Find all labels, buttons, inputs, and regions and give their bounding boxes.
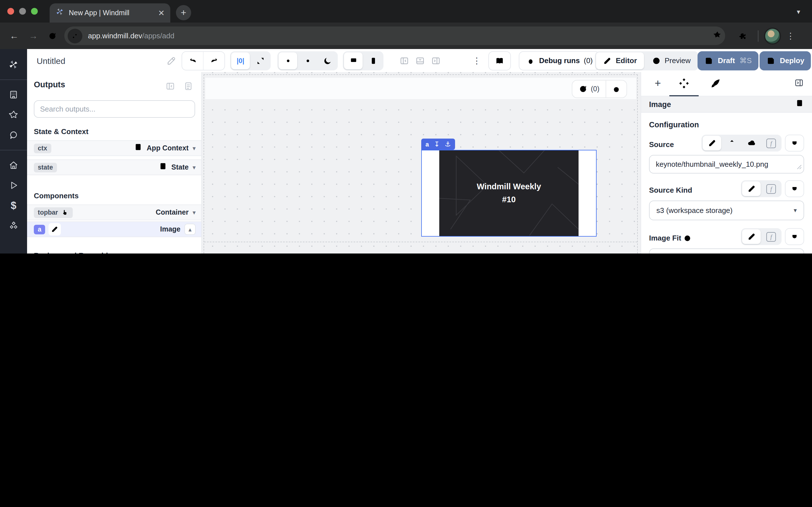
- toggle-bottom-panel-icon[interactable]: [415, 55, 425, 66]
- bookmark-star-icon[interactable]: [713, 30, 722, 41]
- tab-close-icon[interactable]: ✕: [158, 9, 165, 17]
- insert-component-tab-plus-icon[interactable]: +: [655, 78, 661, 89]
- window-minimize-button[interactable]: [19, 8, 26, 15]
- state-chevron-down-icon[interactable]: ▾: [193, 164, 196, 171]
- source-kind-pencil-icon[interactable]: [742, 181, 761, 196]
- refresh-components-button[interactable]: (0): [572, 84, 606, 94]
- browser-tab[interactable]: New App | Windmill ✕: [50, 3, 170, 22]
- extensions-puzzle-icon[interactable]: [733, 31, 752, 40]
- tab-search-chevron-icon[interactable]: ▾: [792, 6, 805, 18]
- chrome-menu-icon[interactable]: ⋮: [781, 31, 800, 41]
- topbar-chevron-down-icon[interactable]: ▾: [193, 209, 196, 216]
- outputs-doc-icon[interactable]: [183, 81, 193, 91]
- output-row-ctx[interactable]: ctx App Context ▾: [27, 140, 201, 156]
- source-kind-label: Source Kind: [649, 186, 692, 197]
- variables-dollar-icon[interactable]: $: [0, 195, 27, 216]
- image-fit-pencil-icon[interactable]: [742, 229, 761, 244]
- source-connect-plug-icon[interactable]: [785, 135, 804, 152]
- full-canvas-expand-icon[interactable]: [251, 52, 269, 69]
- undo-button[interactable]: [182, 52, 203, 69]
- windmill-logo[interactable]: [0, 55, 27, 75]
- app-canvas[interactable]: (0) a ↧ ⚓: [202, 72, 641, 253]
- desktop-view-laptop-icon[interactable]: [344, 52, 363, 69]
- window-close-button[interactable]: [7, 8, 14, 15]
- profile-avatar[interactable]: [764, 27, 781, 44]
- site-settings-icon[interactable]: [68, 29, 82, 43]
- collapse-settings-panel-icon[interactable]: [794, 78, 804, 88]
- topbar-badge[interactable]: topbar: [34, 207, 73, 218]
- a-chevron-up-icon[interactable]: ▴: [185, 224, 196, 235]
- settings-tab-grid-icon[interactable]: [678, 78, 690, 91]
- ctx-badge[interactable]: ctx: [34, 144, 51, 153]
- theme-auto-icon[interactable]: [278, 52, 297, 69]
- browser-tab-bar: New App | Windmill ✕ + ▾: [0, 0, 812, 22]
- favorites-star-icon[interactable]: [0, 105, 27, 125]
- bounded-canvas-button[interactable]: |0|: [231, 52, 250, 69]
- theme-dark-moon-icon[interactable]: [318, 52, 337, 69]
- toolbar-more-menu-icon[interactable]: ⋮: [472, 55, 481, 66]
- expand-down-icon[interactable]: ↧: [434, 140, 440, 148]
- image-component-selected[interactable]: a ↧ ⚓ Windmill Weekly #10: [421, 150, 597, 237]
- image-fit-plug-icon[interactable]: [785, 228, 804, 245]
- source-static-pencil-icon[interactable]: [703, 136, 721, 151]
- forward-icon[interactable]: →: [24, 31, 43, 41]
- source-input[interactable]: keynote/thumbnail_weekly_10.png: [649, 155, 804, 173]
- home-icon[interactable]: [0, 155, 27, 175]
- search-outputs-input[interactable]: Search outputs...: [34, 100, 195, 118]
- state-doc-icon[interactable]: [158, 162, 167, 173]
- redo-button[interactable]: [203, 52, 224, 69]
- deploy-button[interactable]: Deploy: [760, 51, 811, 70]
- image-fit-select[interactable]: contain ▾: [649, 248, 804, 253]
- search-icon[interactable]: [0, 125, 27, 145]
- preview-label: Preview: [665, 56, 691, 65]
- mobile-view-phone-icon[interactable]: [364, 52, 382, 69]
- back-icon[interactable]: ←: [4, 31, 24, 41]
- theme-light-sun-icon[interactable]: [298, 52, 317, 69]
- anchor-icon[interactable]: ⚓: [445, 140, 451, 148]
- workspace-icon[interactable]: [0, 84, 27, 105]
- image-fit-fn-icon[interactable]: f: [762, 229, 780, 244]
- state-badge[interactable]: state: [34, 163, 57, 172]
- a-badge[interactable]: a: [34, 224, 45, 234]
- component-doc-icon[interactable]: [795, 99, 804, 110]
- output-row-state[interactable]: state State ▾: [27, 159, 201, 175]
- active-tab-underline: [669, 95, 699, 96]
- source-kind-select[interactable]: s3 (workspace storage) ▾: [649, 201, 804, 220]
- jobs-history-icon[interactable]: [606, 84, 626, 94]
- source-upload-icon[interactable]: [722, 136, 741, 151]
- window-zoom-button[interactable]: [31, 8, 38, 15]
- editor-tab[interactable]: Editor: [596, 52, 644, 69]
- docs-book-button[interactable]: [488, 51, 511, 70]
- components-header: Components: [34, 191, 79, 200]
- edit-id-pencil-icon[interactable]: [49, 223, 61, 235]
- collapse-outputs-panel-icon[interactable]: [165, 81, 175, 91]
- source-mode-group: f: [702, 135, 781, 152]
- toggle-right-panel-icon[interactable]: [431, 55, 441, 66]
- preview-tab[interactable]: Preview: [645, 52, 698, 69]
- toggle-left-panel-icon[interactable]: [399, 55, 409, 66]
- ctx-chevron-down-icon[interactable]: ▾: [193, 145, 196, 152]
- image-fit-info-icon[interactable]: [683, 234, 691, 242]
- ctx-doc-icon[interactable]: [134, 143, 143, 154]
- source-s3-upload-cloud-icon[interactable]: [742, 136, 761, 151]
- new-tab-button[interactable]: +: [176, 5, 191, 20]
- debug-runs-button[interactable]: Debug runs (0): [519, 51, 600, 70]
- runs-play-icon[interactable]: [0, 175, 27, 195]
- editor-preview-toggle: Editor Preview: [595, 51, 699, 70]
- rename-pencil-icon[interactable]: [166, 55, 176, 66]
- output-row-a-selected[interactable]: a Image ▴: [27, 221, 201, 237]
- styling-tab-brush-icon[interactable]: [710, 78, 721, 91]
- resources-cubes-icon[interactable]: [0, 216, 27, 236]
- refresh-count: (0): [591, 85, 599, 93]
- app-title[interactable]: Untitled: [37, 56, 65, 65]
- image-fit-mode-group: f: [741, 228, 781, 245]
- draft-button[interactable]: Draft ⌘S: [698, 51, 758, 70]
- output-row-topbar[interactable]: topbar Container ▾: [27, 205, 201, 220]
- schedules-calendar-icon[interactable]: [0, 249, 27, 253]
- reload-icon[interactable]: [43, 31, 62, 40]
- source-expr-fn-icon[interactable]: f: [762, 136, 780, 151]
- address-bar[interactable]: app.windmill.dev /apps/add: [64, 26, 725, 45]
- debug-runs-count: (0): [583, 56, 593, 65]
- source-kind-plug-icon[interactable]: [785, 180, 804, 197]
- source-kind-fn-icon[interactable]: f: [762, 181, 780, 196]
